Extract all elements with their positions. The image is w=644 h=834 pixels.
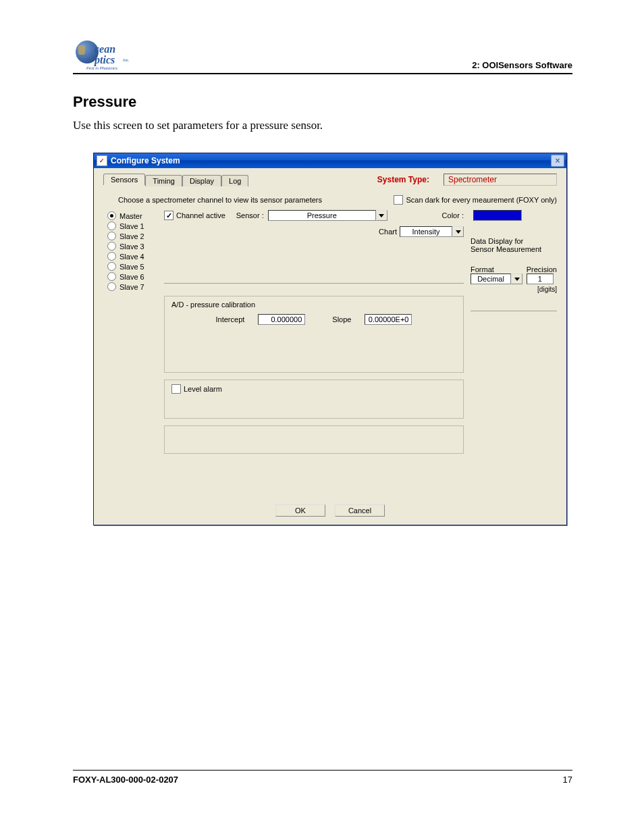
channel-label: Slave 3	[119, 242, 144, 251]
channel-label: Slave 4	[119, 253, 144, 261]
close-button[interactable]: ×	[551, 155, 564, 167]
chart-select[interactable]: Intensity	[400, 226, 464, 237]
system-type-label: System Type:	[377, 175, 429, 184]
channel-active-checkbox[interactable]: Channel active	[164, 211, 225, 220]
channel-slave1[interactable]: Slave 1	[107, 221, 164, 230]
empty-panel	[164, 425, 464, 454]
close-icon: ×	[555, 157, 560, 165]
sensor-select[interactable]: Pressure	[268, 210, 387, 221]
configure-system-window: ✓ Configure System × Sensors Timing Disp…	[93, 153, 567, 525]
logo-tagline: First in Photonics	[86, 66, 117, 70]
header-section-label: 2: OOISensors Software	[472, 60, 572, 70]
tab-sensors[interactable]: Sensors	[103, 174, 145, 185]
channel-slave5[interactable]: Slave 5	[107, 262, 164, 271]
radio-icon	[107, 211, 116, 220]
channel-label: Slave 6	[119, 273, 144, 281]
window-title: Configure System	[111, 156, 180, 165]
channel-label: Slave 5	[119, 263, 144, 271]
channel-slave4[interactable]: Slave 4	[107, 252, 164, 261]
tab-timing[interactable]: Timing	[145, 175, 182, 186]
channel-slave7[interactable]: Slave 7	[107, 282, 164, 291]
section-title: Pressure	[73, 93, 572, 111]
logo-text: ptics	[95, 54, 115, 66]
calibration-title: A/D - pressure calibration	[171, 301, 456, 309]
radio-icon	[107, 221, 116, 230]
footer-page-number: 17	[563, 775, 572, 785]
channel-label: Master	[119, 212, 142, 220]
tab-display[interactable]: Display	[182, 175, 221, 186]
chevron-down-icon	[514, 278, 520, 281]
logo: cean ptics Inc. First in Photonics	[73, 39, 136, 70]
channel-radio-group: Master Slave 1 Slave 2 Slave 3 Slave 4 S…	[103, 210, 164, 492]
section-description: Use this screen to set parameters for a …	[73, 119, 572, 132]
slope-label: Slope	[332, 315, 351, 323]
channel-label: Slave 2	[119, 232, 144, 240]
radio-icon	[107, 262, 116, 271]
tab-log[interactable]: Log	[221, 175, 248, 186]
page-footer: FOXY-AL300-000-02-0207 17	[73, 770, 572, 785]
page-header: cean ptics Inc. First in Photonics 2: OO…	[73, 39, 572, 74]
channel-label: Slave 1	[119, 222, 144, 230]
system-type-value: Spectrometer	[444, 174, 557, 186]
intercept-input[interactable]: 0.000000	[258, 314, 305, 325]
channel-instruction: Choose a spectrometer channel to view it…	[118, 196, 322, 204]
data-display-label2: Sensor Measurement	[471, 245, 557, 253]
checkbox-icon	[171, 384, 181, 394]
channel-slave3[interactable]: Slave 3	[107, 242, 164, 251]
channel-active-label: Channel active	[176, 211, 225, 219]
channel-slave2[interactable]: Slave 2	[107, 232, 164, 240]
channel-master[interactable]: Master	[107, 211, 164, 220]
footer-docid: FOXY-AL300-000-02-0207	[73, 775, 178, 785]
radio-icon	[107, 272, 116, 281]
sensor-label: Sensor :	[236, 211, 264, 219]
tab-bar: Sensors Timing Display Log	[103, 174, 248, 185]
chevron-down-icon	[456, 230, 461, 234]
radio-icon	[107, 242, 116, 251]
checkbox-icon	[164, 211, 173, 220]
chart-label: Chart	[379, 228, 397, 236]
level-alarm-label: Level alarm	[184, 385, 222, 393]
radio-icon	[107, 252, 116, 261]
precision-input[interactable]: 1	[527, 273, 554, 284]
digits-label: [digits]	[527, 286, 557, 293]
radio-icon	[107, 232, 116, 240]
separator	[471, 311, 557, 311]
format-select-value: Decimal	[471, 273, 511, 284]
intercept-label: Intercept	[216, 315, 245, 323]
calibration-panel: A/D - pressure calibration Intercept 0.0…	[164, 296, 464, 373]
window-titlebar: ✓ Configure System ×	[94, 153, 566, 168]
logo-inc: Inc.	[123, 58, 130, 62]
precision-label: Precision	[527, 265, 557, 273]
color-swatch[interactable]	[473, 210, 522, 221]
slope-input[interactable]: 0.00000E+0	[365, 314, 412, 325]
chart-select-value: Intensity	[400, 226, 452, 237]
sensor-select-value: Pressure	[268, 210, 376, 221]
scan-dark-label: Scan dark for every meaurement (FOXY onl…	[406, 196, 557, 204]
color-label: Color :	[442, 211, 464, 219]
data-display-label: Data Display for	[471, 237, 557, 245]
level-alarm-checkbox[interactable]: Level alarm	[171, 384, 222, 394]
channel-label: Slave 7	[119, 283, 144, 291]
level-alarm-panel: Level alarm	[164, 380, 464, 419]
checkbox-icon	[394, 195, 403, 205]
radio-icon	[107, 282, 116, 291]
dropdown-button	[376, 210, 387, 221]
separator	[164, 283, 464, 284]
format-select[interactable]: Decimal	[471, 273, 522, 284]
ok-button[interactable]: OK	[275, 504, 325, 517]
format-label: Format	[471, 265, 522, 273]
scan-dark-checkbox[interactable]: Scan dark for every meaurement (FOXY onl…	[394, 195, 557, 205]
dropdown-button	[511, 273, 522, 284]
dropdown-button	[452, 226, 464, 237]
channel-slave6[interactable]: Slave 6	[107, 272, 164, 281]
chevron-down-icon	[379, 214, 384, 217]
cancel-button[interactable]: Cancel	[335, 504, 385, 517]
window-icon: ✓	[97, 155, 107, 166]
